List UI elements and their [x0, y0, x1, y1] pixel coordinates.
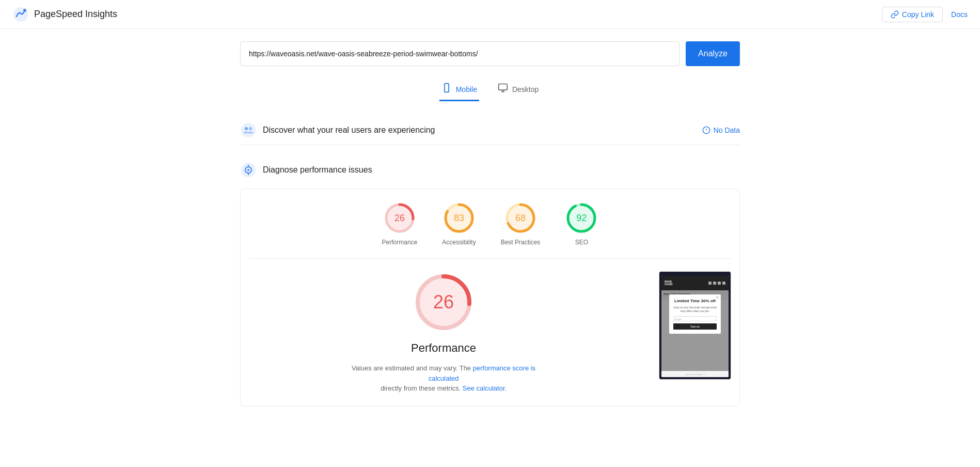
diagnose-title: Diagnose performance issues: [263, 165, 372, 175]
best-practices-value: 68: [515, 213, 526, 224]
phone-modal-title: Limited Time 30% off: [673, 299, 717, 304]
phone-icon-2: [713, 282, 716, 285]
svg-point-9: [249, 127, 252, 130]
diagnose-section: Diagnose performance issues 26: [240, 155, 740, 407]
pagespeed-logo-icon: [12, 6, 29, 23]
phone-icon-3: [718, 282, 721, 285]
copy-link-button[interactable]: Copy Link: [882, 7, 943, 22]
tab-mobile[interactable]: Mobile: [439, 79, 479, 101]
diagnose-title-row: Diagnose performance issues: [240, 162, 372, 178]
phone-powered-by: powered by Klaviyo™: [685, 373, 705, 376]
big-performance-circle: 26: [413, 271, 475, 333]
svg-point-7: [241, 123, 256, 137]
phone-modal-close-icon: ✕: [716, 295, 719, 300]
search-row: Analyze: [240, 41, 740, 66]
real-users-icon: [240, 122, 257, 138]
phone-header: WAVE OASIS: [661, 276, 729, 290]
big-score-section: 26 Performance Values are estimated and …: [249, 271, 731, 394]
phone-screenshot-container: WAVE OASIS: [659, 271, 731, 380]
real-users-title: Discover what your real users are experi…: [263, 126, 435, 135]
tabs-row: Mobile Desktop: [240, 79, 740, 101]
phone-icon-4: [722, 282, 725, 285]
phone-screenshot: WAVE OASIS: [659, 271, 731, 380]
big-score-left: 26 Performance Values are estimated and …: [249, 271, 638, 394]
link-icon: [891, 10, 899, 19]
mobile-icon: [441, 83, 452, 96]
score-card: 26 Performance 83 Accessibility: [240, 189, 740, 407]
seo-value: 92: [576, 213, 587, 224]
diagnose-icon: [240, 162, 257, 178]
real-users-title-row: Discover what your real users are experi…: [240, 122, 435, 138]
tab-mobile-label: Mobile: [456, 85, 477, 94]
svg-point-15: [247, 169, 249, 171]
phone-modal-email-input: Email: [673, 316, 717, 321]
app-title: PageSpeed Insights: [34, 9, 117, 20]
header-left: PageSpeed Insights: [12, 6, 117, 23]
best-practices-circle: 68: [504, 201, 537, 235]
diagnose-header: Diagnose performance issues: [240, 155, 740, 184]
seo-circle: 92: [565, 201, 598, 235]
performance-value: 26: [394, 213, 405, 224]
real-users-header: Discover what your real users are experi…: [240, 116, 740, 145]
score-item-accessibility[interactable]: 83 Accessibility: [442, 201, 476, 246]
performance-label: Performance: [382, 239, 418, 246]
phone-brand-text: WAVE OASIS: [665, 281, 673, 286]
big-performance-title: Performance: [411, 341, 476, 355]
best-practices-label: Best Practices: [501, 239, 541, 246]
phone-inner: WAVE OASIS: [661, 276, 729, 377]
svg-rect-4: [499, 84, 508, 90]
big-performance-value: 26: [433, 291, 454, 313]
performance-circle: 26: [383, 201, 416, 235]
phone-modal-subtitle: Save on your first order and get email o…: [673, 306, 717, 313]
real-users-section: Discover what your real users are experi…: [240, 116, 740, 145]
big-score-description: Values are estimated and may vary. The p…: [351, 363, 536, 394]
svg-point-8: [245, 127, 248, 130]
analyze-button[interactable]: Analyze: [686, 41, 740, 66]
accessibility-circle: 83: [442, 201, 476, 235]
no-data-label: No Data: [714, 126, 740, 134]
header: PageSpeed Insights Copy Link Docs: [0, 0, 980, 29]
main-content: Analyze Mobile Desktop: [232, 29, 748, 429]
score-item-performance[interactable]: 26 Performance: [382, 201, 418, 246]
docs-link[interactable]: Docs: [951, 10, 968, 19]
header-right: Copy Link Docs: [882, 7, 968, 22]
phone-icon-1: [708, 282, 712, 285]
phone-header-icons: [708, 282, 725, 285]
scores-row: 26 Performance 83 Accessibility: [249, 201, 731, 259]
phone-modal-email-label: Email: [674, 317, 716, 322]
phone-modal-overlay: ✕ Limited Time 30% off Save on your firs…: [661, 290, 729, 377]
calculator-link[interactable]: See calculator: [463, 384, 505, 392]
accessibility-label: Accessibility: [442, 239, 476, 246]
phone-modal-box: ✕ Limited Time 30% off Save on your firs…: [669, 294, 721, 334]
seo-label: SEO: [575, 239, 588, 246]
url-input[interactable]: [240, 41, 679, 66]
score-item-seo[interactable]: 92 SEO: [565, 201, 598, 246]
accessibility-value: 83: [454, 213, 464, 224]
tab-desktop-label: Desktop: [512, 85, 539, 94]
phone-bottom-bar: powered by Klaviyo™: [661, 371, 729, 377]
copy-link-label: Copy Link: [902, 10, 934, 19]
info-icon: [702, 126, 710, 134]
no-data-badge[interactable]: No Data: [702, 126, 740, 134]
tab-desktop[interactable]: Desktop: [496, 79, 541, 101]
desktop-icon: [498, 83, 508, 96]
score-item-best-practices[interactable]: 68 Best Practices: [501, 201, 541, 246]
phone-modal-signup-btn: Signup: [673, 323, 717, 330]
svg-point-1: [23, 9, 26, 12]
